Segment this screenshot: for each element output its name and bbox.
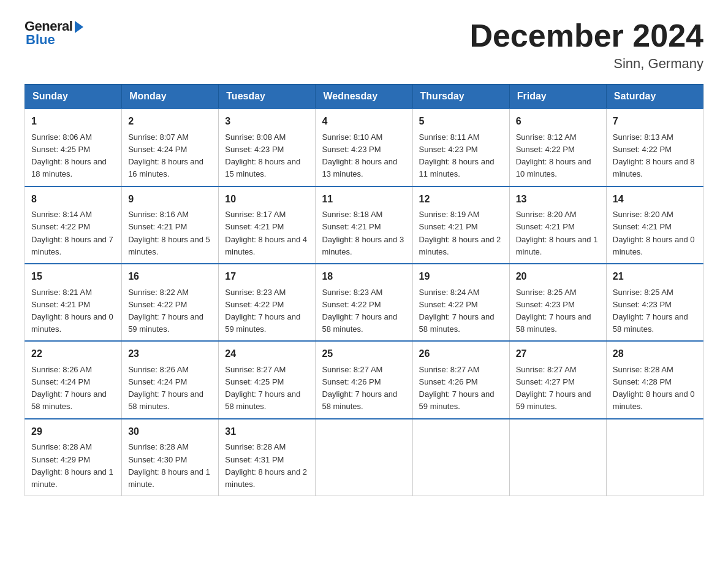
weekday-header: Thursday xyxy=(412,85,509,109)
calendar-cell xyxy=(509,419,606,496)
calendar-cell: 31 Sunrise: 8:28 AMSunset: 4:31 PMDaylig… xyxy=(219,419,316,496)
day-info: Sunrise: 8:27 AMSunset: 4:26 PMDaylight:… xyxy=(419,365,495,411)
calendar-week-row: 29 Sunrise: 8:28 AMSunset: 4:29 PMDaylig… xyxy=(25,419,703,496)
calendar-week-row: 1 Sunrise: 8:06 AMSunset: 4:25 PMDayligh… xyxy=(25,109,703,186)
calendar-subtitle: Sinn, Germany xyxy=(469,56,703,72)
calendar-week-row: 8 Sunrise: 8:14 AMSunset: 4:22 PMDayligh… xyxy=(25,186,703,264)
calendar-cell: 12 Sunrise: 8:19 AMSunset: 4:21 PMDaylig… xyxy=(412,186,509,264)
day-info: Sunrise: 8:17 AMSunset: 4:21 PMDaylight:… xyxy=(225,210,307,256)
calendar-cell: 7 Sunrise: 8:13 AMSunset: 4:22 PMDayligh… xyxy=(606,109,703,186)
day-number: 20 xyxy=(516,269,600,285)
calendar-cell: 9 Sunrise: 8:16 AMSunset: 4:21 PMDayligh… xyxy=(122,186,219,264)
day-number: 9 xyxy=(128,192,212,207)
day-number: 16 xyxy=(128,269,212,285)
day-number: 6 xyxy=(516,114,600,129)
weekday-header: Friday xyxy=(509,85,606,109)
calendar-cell: 19 Sunrise: 8:24 AMSunset: 4:22 PMDaylig… xyxy=(412,264,509,341)
calendar-cell xyxy=(606,419,703,496)
page-header: General Blue December 2024 Sinn, Germany xyxy=(25,18,703,72)
day-info: Sunrise: 8:20 AMSunset: 4:21 PMDaylight:… xyxy=(516,210,598,256)
day-number: 19 xyxy=(419,269,503,285)
calendar-cell: 28 Sunrise: 8:28 AMSunset: 4:28 PMDaylig… xyxy=(606,341,703,418)
day-info: Sunrise: 8:14 AMSunset: 4:22 PMDaylight:… xyxy=(31,210,113,256)
calendar-cell: 24 Sunrise: 8:27 AMSunset: 4:25 PMDaylig… xyxy=(219,341,316,418)
calendar-cell: 30 Sunrise: 8:28 AMSunset: 4:30 PMDaylig… xyxy=(122,419,219,496)
day-info: Sunrise: 8:13 AMSunset: 4:22 PMDaylight:… xyxy=(613,132,695,178)
logo: General Blue xyxy=(25,18,83,48)
day-number: 3 xyxy=(225,114,309,129)
day-number: 22 xyxy=(31,347,115,362)
weekday-header-row: SundayMondayTuesdayWednesdayThursdayFrid… xyxy=(25,85,703,109)
day-info: Sunrise: 8:12 AMSunset: 4:22 PMDaylight:… xyxy=(516,132,591,178)
day-info: Sunrise: 8:21 AMSunset: 4:21 PMDaylight:… xyxy=(31,288,113,334)
day-info: Sunrise: 8:28 AMSunset: 4:30 PMDaylight:… xyxy=(128,442,210,488)
calendar-cell: 23 Sunrise: 8:26 AMSunset: 4:24 PMDaylig… xyxy=(122,341,219,418)
calendar-cell: 21 Sunrise: 8:25 AMSunset: 4:23 PMDaylig… xyxy=(606,264,703,341)
calendar-cell: 15 Sunrise: 8:21 AMSunset: 4:21 PMDaylig… xyxy=(25,264,122,341)
title-block: December 2024 Sinn, Germany xyxy=(469,18,703,72)
day-info: Sunrise: 8:28 AMSunset: 4:31 PMDaylight:… xyxy=(225,442,307,488)
day-info: Sunrise: 8:23 AMSunset: 4:22 PMDaylight:… xyxy=(322,288,397,334)
day-number: 13 xyxy=(516,192,600,207)
day-number: 24 xyxy=(225,347,309,362)
day-info: Sunrise: 8:26 AMSunset: 4:24 PMDaylight:… xyxy=(31,365,107,411)
day-info: Sunrise: 8:26 AMSunset: 4:24 PMDaylight:… xyxy=(128,365,203,411)
weekday-header: Sunday xyxy=(25,85,122,109)
day-info: Sunrise: 8:28 AMSunset: 4:29 PMDaylight:… xyxy=(31,442,113,488)
day-number: 31 xyxy=(225,424,309,440)
calendar-cell: 4 Sunrise: 8:10 AMSunset: 4:23 PMDayligh… xyxy=(316,109,412,186)
calendar-cell: 8 Sunrise: 8:14 AMSunset: 4:22 PMDayligh… xyxy=(25,186,122,264)
calendar-cell: 2 Sunrise: 8:07 AMSunset: 4:24 PMDayligh… xyxy=(122,109,219,186)
day-number: 14 xyxy=(613,192,697,207)
day-info: Sunrise: 8:27 AMSunset: 4:27 PMDaylight:… xyxy=(516,365,591,411)
calendar-cell: 11 Sunrise: 8:18 AMSunset: 4:21 PMDaylig… xyxy=(316,186,412,264)
day-number: 4 xyxy=(322,114,406,129)
day-info: Sunrise: 8:27 AMSunset: 4:25 PMDaylight:… xyxy=(225,365,300,411)
day-number: 18 xyxy=(322,269,406,285)
calendar-table: SundayMondayTuesdayWednesdayThursdayFrid… xyxy=(25,84,703,496)
day-number: 21 xyxy=(613,269,697,285)
calendar-week-row: 22 Sunrise: 8:26 AMSunset: 4:24 PMDaylig… xyxy=(25,341,703,418)
calendar-week-row: 15 Sunrise: 8:21 AMSunset: 4:21 PMDaylig… xyxy=(25,264,703,341)
calendar-cell xyxy=(412,419,509,496)
day-number: 11 xyxy=(322,192,406,207)
weekday-header: Monday xyxy=(122,85,219,109)
day-info: Sunrise: 8:25 AMSunset: 4:23 PMDaylight:… xyxy=(613,288,688,334)
day-info: Sunrise: 8:08 AMSunset: 4:23 PMDaylight:… xyxy=(225,132,300,178)
logo-blue-text: Blue xyxy=(26,32,55,48)
day-number: 8 xyxy=(31,192,115,207)
day-info: Sunrise: 8:27 AMSunset: 4:26 PMDaylight:… xyxy=(322,365,397,411)
calendar-cell: 16 Sunrise: 8:22 AMSunset: 4:22 PMDaylig… xyxy=(122,264,219,341)
calendar-cell: 5 Sunrise: 8:11 AMSunset: 4:23 PMDayligh… xyxy=(412,109,509,186)
day-info: Sunrise: 8:24 AMSunset: 4:22 PMDaylight:… xyxy=(419,288,495,334)
calendar-title: December 2024 xyxy=(469,18,703,53)
calendar-cell: 20 Sunrise: 8:25 AMSunset: 4:23 PMDaylig… xyxy=(509,264,606,341)
day-info: Sunrise: 8:23 AMSunset: 4:22 PMDaylight:… xyxy=(225,288,300,334)
day-number: 27 xyxy=(516,347,600,362)
day-number: 10 xyxy=(225,192,309,207)
calendar-cell: 17 Sunrise: 8:23 AMSunset: 4:22 PMDaylig… xyxy=(219,264,316,341)
day-info: Sunrise: 8:11 AMSunset: 4:23 PMDaylight:… xyxy=(419,132,495,178)
day-number: 26 xyxy=(419,347,503,362)
day-info: Sunrise: 8:22 AMSunset: 4:22 PMDaylight:… xyxy=(128,288,203,334)
calendar-cell: 18 Sunrise: 8:23 AMSunset: 4:22 PMDaylig… xyxy=(316,264,412,341)
calendar-cell: 3 Sunrise: 8:08 AMSunset: 4:23 PMDayligh… xyxy=(219,109,316,186)
day-info: Sunrise: 8:20 AMSunset: 4:21 PMDaylight:… xyxy=(613,210,695,256)
calendar-cell: 25 Sunrise: 8:27 AMSunset: 4:26 PMDaylig… xyxy=(316,341,412,418)
day-number: 7 xyxy=(613,114,697,129)
calendar-cell: 29 Sunrise: 8:28 AMSunset: 4:29 PMDaylig… xyxy=(25,419,122,496)
day-info: Sunrise: 8:25 AMSunset: 4:23 PMDaylight:… xyxy=(516,288,591,334)
day-info: Sunrise: 8:28 AMSunset: 4:28 PMDaylight:… xyxy=(613,365,695,411)
day-number: 23 xyxy=(128,347,212,362)
calendar-cell: 27 Sunrise: 8:27 AMSunset: 4:27 PMDaylig… xyxy=(509,341,606,418)
day-number: 1 xyxy=(31,114,115,129)
day-info: Sunrise: 8:18 AMSunset: 4:21 PMDaylight:… xyxy=(322,210,404,256)
calendar-cell: 22 Sunrise: 8:26 AMSunset: 4:24 PMDaylig… xyxy=(25,341,122,418)
calendar-cell: 13 Sunrise: 8:20 AMSunset: 4:21 PMDaylig… xyxy=(509,186,606,264)
day-number: 17 xyxy=(225,269,309,285)
weekday-header: Wednesday xyxy=(316,85,412,109)
calendar-cell: 1 Sunrise: 8:06 AMSunset: 4:25 PMDayligh… xyxy=(25,109,122,186)
day-number: 2 xyxy=(128,114,212,129)
day-number: 15 xyxy=(31,269,115,285)
day-number: 12 xyxy=(419,192,503,207)
